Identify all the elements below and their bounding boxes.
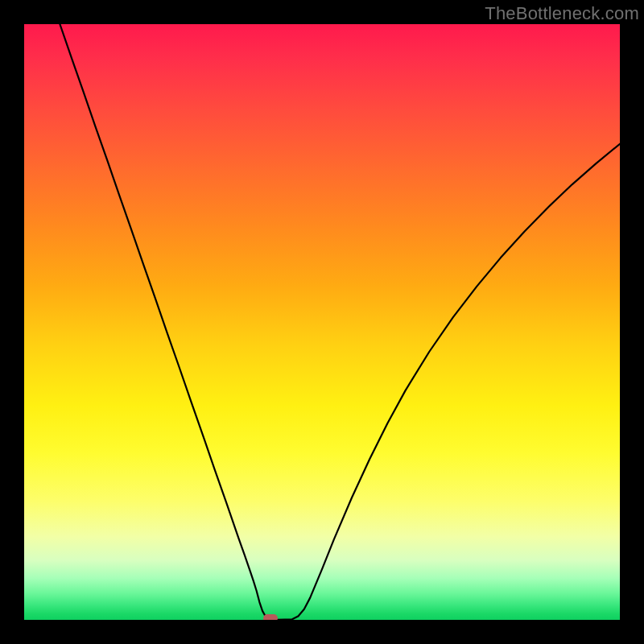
- optimal-marker: [263, 614, 278, 620]
- plot-area: [24, 24, 620, 620]
- curve-svg: [24, 24, 620, 620]
- bottleneck-curve-path: [60, 24, 620, 620]
- watermark-text: TheBottleneck.com: [485, 3, 639, 24]
- chart-frame: TheBottleneck.com: [0, 0, 644, 644]
